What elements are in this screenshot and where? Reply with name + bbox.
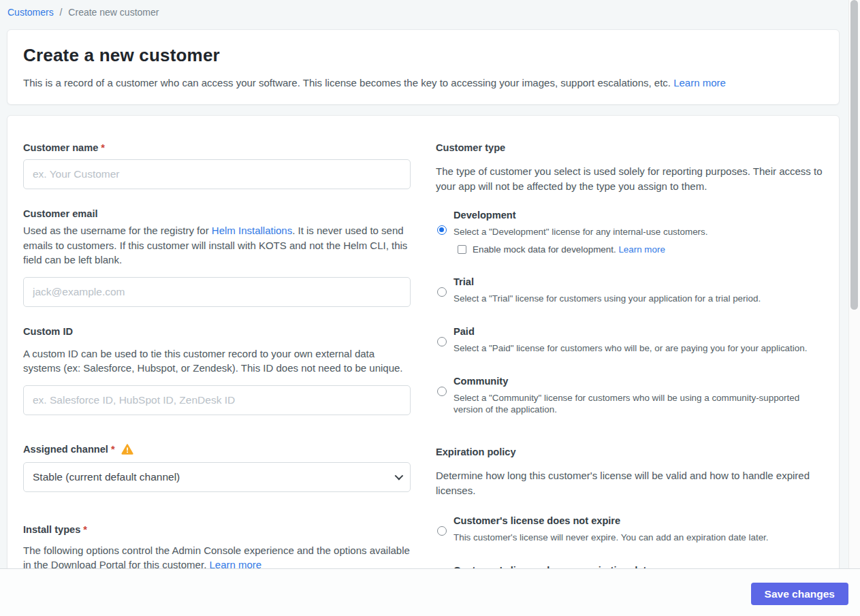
expiration-option-no-expire[interactable]: Customer's license does not expire This …	[436, 514, 823, 543]
customer-name-input[interactable]	[23, 159, 411, 189]
option-description: Select a "Paid" license for customers wh…	[453, 342, 823, 354]
save-changes-button[interactable]: Save changes	[751, 583, 848, 605]
option-label: Development	[453, 208, 823, 222]
header-card: Create a new customer This is a record o…	[7, 29, 840, 105]
option-description: Select a "Development" license for any i…	[453, 226, 823, 238]
expiration-policy-heading: Expiration policy	[436, 445, 823, 459]
scrollbar-thumb[interactable]	[850, 0, 858, 310]
mock-data-checkbox[interactable]	[458, 245, 466, 254]
helm-installations-link[interactable]: Helm Installations	[212, 225, 292, 236]
page-description: This is a record of a customer who can a…	[23, 76, 823, 90]
footer-bar: Save changes	[0, 568, 860, 616]
page: Customers / Create new customer Create a…	[0, 0, 860, 616]
scrollbar[interactable]	[848, 0, 860, 568]
option-label: Customer's license does not expire	[453, 514, 823, 528]
option-description: Select a "Community" license for custome…	[453, 392, 823, 415]
install-types-label: Install types*	[23, 523, 411, 536]
mock-data-row: Enable mock data for development. Learn …	[458, 244, 823, 255]
customer-email-input[interactable]	[23, 277, 411, 307]
customer-email-helper: Used as the username for the registry fo…	[23, 223, 411, 268]
customer-form-card: Customer name* Customer email Used as th…	[7, 115, 840, 616]
mock-data-label: Enable mock data for development. Learn …	[473, 244, 665, 255]
assigned-channel-select[interactable]: Stable (current default channel)	[23, 462, 411, 492]
customer-type-option-community[interactable]: Community Select a "Community" license f…	[436, 374, 823, 415]
required-asterisk: *	[83, 524, 87, 535]
radio-button-no-expire[interactable]	[437, 526, 447, 536]
customer-email-label: Customer email	[23, 207, 411, 221]
required-asterisk: *	[101, 142, 105, 153]
assigned-channel-label: Assigned channel*	[23, 442, 411, 456]
option-description: Select a "Trial" license for customers u…	[453, 293, 823, 304]
radio-button-trial[interactable]	[437, 287, 447, 297]
option-description: This customer's license will never expir…	[453, 532, 823, 543]
option-label: Community	[453, 374, 823, 388]
radio-button-paid[interactable]	[437, 337, 447, 346]
expiration-policy-description: Determine how long this customer's licen…	[436, 468, 823, 498]
custom-id-label: Custom ID	[23, 325, 411, 338]
form-right-column: Customer type The type of customer you s…	[436, 141, 823, 593]
customer-type-option-paid[interactable]: Paid Select a "Paid" license for custome…	[436, 325, 823, 354]
warning-icon	[121, 444, 133, 455]
radio-button-development[interactable]	[437, 225, 447, 235]
required-asterisk: *	[111, 442, 115, 456]
page-title: Create a new customer	[23, 45, 823, 66]
customer-type-option-trial[interactable]: Trial Select a "Trial" license for custo…	[436, 275, 823, 304]
breadcrumb-separator: /	[60, 7, 63, 18]
customer-name-label: Customer name*	[23, 141, 411, 155]
form-left-column: Customer name* Customer email Used as th…	[23, 141, 411, 572]
breadcrumb-current: Create new customer	[68, 7, 159, 18]
breadcrumb: Customers / Create new customer	[0, 0, 860, 18]
header-learn-more-link[interactable]: Learn more	[673, 77, 726, 88]
page-description-text: This is a record of a customer who can a…	[23, 77, 671, 88]
breadcrumb-customers-link[interactable]: Customers	[7, 7, 54, 18]
custom-id-helper: A custom ID can be used to tie this cust…	[23, 346, 411, 376]
mock-data-learn-more-link[interactable]: Learn more	[618, 244, 665, 255]
custom-id-input[interactable]	[23, 385, 411, 415]
customer-type-option-development[interactable]: Development Select a "Development" licen…	[436, 208, 823, 255]
radio-button-community[interactable]	[437, 387, 447, 396]
customer-type-description: The type of customer you select is used …	[436, 164, 823, 193]
option-label: Trial	[453, 275, 823, 289]
customer-type-heading: Customer type	[436, 141, 823, 155]
option-label: Paid	[453, 325, 823, 338]
